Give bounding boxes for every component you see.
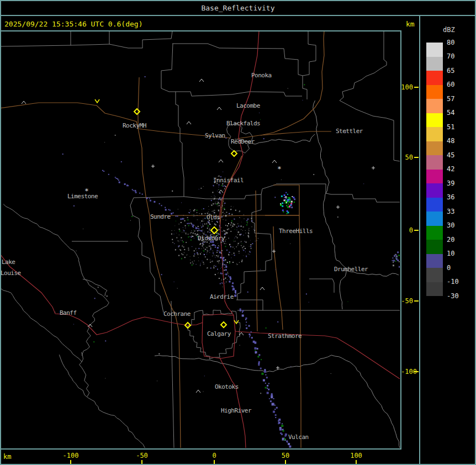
- city-label: Olds: [207, 214, 220, 221]
- county-boundary-line: [161, 44, 302, 96]
- plus-marker: [276, 366, 279, 369]
- county-boundary-line: [80, 352, 89, 397]
- city-label: ThreeHills: [279, 228, 313, 235]
- caret-marker: [187, 121, 191, 124]
- city-label: RockyMH: [123, 122, 146, 129]
- county-boundary-line: [78, 260, 109, 356]
- plus-marker: [272, 250, 276, 253]
- caret-marker: [219, 190, 223, 193]
- secondary-road-line: [261, 31, 324, 135]
- radar-map-canvas[interactable]: **PonokaLacombeBlackfaldsSylvanRedDeerSt…: [0, 0, 476, 465]
- plus-marker: [151, 165, 155, 168]
- county-boundary-line: [303, 31, 316, 76]
- city-label: Sundre: [150, 213, 171, 220]
- county-boundary-line: [172, 44, 307, 99]
- caret-marker: [199, 79, 204, 82]
- radar-viewer-window: Base_Reflectivity 2025/09/22 15:35:46 UT…: [0, 0, 476, 465]
- city-label: Okotoks: [215, 383, 239, 390]
- highway-line: [220, 358, 246, 448]
- county-boundary-line: [309, 279, 334, 293]
- city-label: Blackfalds: [226, 120, 260, 127]
- secondary-road-line: [220, 156, 242, 228]
- city-label: Sylvan: [205, 132, 225, 139]
- star-marker: *: [277, 165, 282, 173]
- city-label: Cochrane: [163, 310, 191, 318]
- plus-marker: [372, 166, 375, 170]
- city-label: RedDeer: [231, 138, 255, 145]
- site-marker-diamond: [231, 151, 237, 156]
- caret-marker: [260, 287, 265, 290]
- city-label: Drumheller: [334, 266, 368, 273]
- plus-marker: [336, 205, 340, 209]
- caret-marker: [272, 160, 277, 163]
- county-boundary-line: [340, 31, 400, 161]
- city-label: Banff: [60, 309, 77, 316]
- city-label: Calgary: [207, 330, 231, 337]
- city-label: Limestone: [67, 193, 98, 200]
- caret-marker: [219, 160, 223, 162]
- caret-marker: [22, 101, 26, 104]
- secondary-road-layer: [0, 31, 331, 448]
- city-label: Didsbury: [198, 235, 225, 242]
- county-boundary-line: [276, 184, 331, 194]
- city-label: Airdrie: [210, 293, 234, 300]
- city-label: Innisfail: [213, 177, 244, 184]
- v-marker: [95, 99, 99, 103]
- highway-line: [0, 254, 203, 335]
- city-label: Lacombe: [236, 102, 260, 109]
- city-label-layer: PonokaLacombeBlackfaldsSylvanRedDeerStet…: [1, 72, 368, 441]
- county-boundary-line: [1, 31, 172, 48]
- county-boundary-line: [331, 194, 400, 202]
- site-marker-diamond: [221, 322, 226, 327]
- county-boundary-line: [59, 355, 145, 448]
- river-layer: [155, 101, 400, 448]
- city-label: Lake: [2, 258, 15, 266]
- secondary-road-line: [273, 226, 283, 330]
- county-boundary-line: [83, 279, 107, 296]
- caret-marker: [217, 107, 221, 110]
- caret-marker: [196, 390, 200, 393]
- county-boundary-line: [184, 184, 276, 199]
- secondary-road-line: [299, 215, 301, 448]
- county-boundary-line: [176, 92, 184, 197]
- city-label: Ponoka: [251, 72, 272, 79]
- site-marker-diamond: [134, 109, 140, 114]
- county-boundary-line: [3, 204, 79, 260]
- river-line: [155, 355, 400, 448]
- city-label: Strathmore: [268, 332, 302, 340]
- city-label: Louise: [1, 270, 21, 277]
- county-boundary-line: [0, 288, 82, 362]
- city-label: Stettler: [336, 128, 363, 135]
- city-label: HighRiver: [221, 407, 252, 414]
- secondary-road-line: [0, 103, 138, 129]
- city-label: Vulcan: [288, 434, 309, 441]
